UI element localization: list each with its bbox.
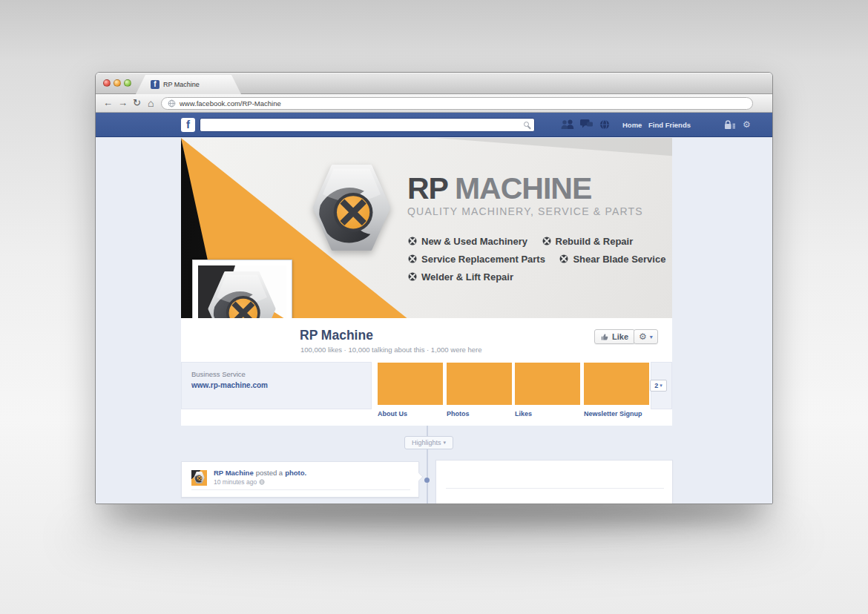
service-item: New & Used Machinery — [408, 236, 527, 247]
hexagon-logo-icon — [312, 165, 391, 251]
post-object-link[interactable]: photo. — [285, 469, 306, 477]
page-title: RP Machine — [300, 328, 373, 343]
page-header: RP Machine 100,000 likes · 10,000 talkin… — [181, 318, 672, 426]
app-tab-label[interactable]: Photos — [447, 410, 470, 417]
post-author-link[interactable]: RP Machine — [214, 469, 254, 477]
more-tabs-count: 2 — [654, 382, 658, 389]
service-item: Service Replacement Parts — [408, 254, 545, 265]
app-tile-likes[interactable] — [515, 363, 580, 405]
tab-title: RP Machine — [163, 81, 200, 88]
app-tile-about-us[interactable] — [378, 363, 443, 405]
page-website-link[interactable]: www.rp-machine.com — [191, 381, 361, 389]
service-item: Welder & Lift Repair — [408, 271, 513, 283]
brand-name-secondary: MACHINE — [455, 171, 591, 205]
cross-circle-icon — [408, 237, 417, 245]
post-avatar[interactable] — [191, 470, 207, 486]
timeline-dot — [424, 478, 430, 483]
browser-toolbar: ← → ↻ ⌂ www.facebook.com/RP-Machine — [96, 94, 772, 113]
post-timestamp: 10 minutes ago — [214, 478, 257, 486]
browser-tab[interactable]: f RP Machine — [136, 75, 241, 94]
more-tabs-button[interactable]: 2 ▾ — [650, 380, 667, 392]
search-input[interactable] — [200, 118, 535, 132]
app-tab-label[interactable]: About Us — [378, 410, 407, 417]
brand-title: RPMACHINE QUALITY MACHINERY, SERVICE & P… — [407, 172, 643, 217]
forward-button[interactable]: → — [118, 94, 128, 113]
page-category: Business Service — [191, 370, 361, 378]
app-tab-label[interactable]: Likes — [515, 410, 532, 417]
page-settings-button[interactable]: ⚙ ▾ — [634, 329, 658, 344]
thumbs-up-icon — [601, 333, 609, 341]
chevron-down-icon: ▾ — [650, 334, 653, 340]
settings-icon[interactable]: ⚙ — [743, 113, 751, 137]
back-button[interactable]: ← — [103, 94, 113, 113]
minimize-button[interactable] — [114, 79, 121, 87]
page-stats: 100,000 likes · 10,000 talking about thi… — [300, 346, 482, 354]
window-titlebar: f RP Machine — [96, 73, 772, 94]
zoom-button[interactable] — [124, 79, 131, 87]
highlights-button[interactable]: Highlights ▾ — [404, 436, 453, 449]
browser-window: f RP Machine ← → ↻ ⌂ www.facebook.com/RP… — [95, 72, 773, 504]
post-headline: RP Machineposted aphoto. — [214, 469, 306, 477]
find-friends-link[interactable]: Find Friends — [648, 113, 691, 137]
messages-icon[interactable] — [580, 119, 593, 129]
service-item: Shear Blade Service — [559, 254, 665, 265]
cross-circle-icon — [408, 254, 417, 263]
search-icon — [524, 122, 529, 127]
post-card: RP Machineposted aphoto. 10 minutes ago — [181, 461, 419, 498]
privacy-shortcuts-icon[interactable] — [724, 120, 736, 130]
post-action-text: posted a — [256, 469, 283, 477]
chevron-down-icon: ▾ — [660, 383, 662, 389]
neighbor-post-card — [435, 460, 673, 504]
page-info-card: Business Service www.rp-machine.com — [181, 362, 372, 409]
like-button[interactable]: Like — [594, 329, 635, 344]
chevron-down-icon: ▾ — [444, 440, 447, 446]
url-text: www.facebook.com/RP-Machine — [180, 99, 281, 108]
home-button[interactable]: ⌂ — [148, 94, 154, 113]
brand-tagline: QUALITY MACHINERY, SERVICE & PARTS — [407, 205, 643, 217]
facebook-favicon-icon: f — [151, 80, 160, 89]
highlights-label: Highlights — [412, 439, 441, 446]
post-meta: 10 minutes ago — [214, 478, 265, 486]
app-tile-photos[interactable] — [447, 363, 512, 405]
brand-name-primary: RP — [407, 171, 448, 205]
hexagon-logo-icon — [194, 472, 205, 483]
cross-circle-icon — [408, 272, 417, 281]
page-background: { "browser": { "tab_title": "RP Machine"… — [0, 0, 868, 614]
facebook-logo[interactable]: f — [181, 118, 195, 132]
site-globe-icon — [168, 99, 176, 108]
facebook-navbar: f Home Find Friends ⚙ — [96, 113, 772, 137]
privacy-globe-icon — [259, 479, 265, 485]
close-button[interactable] — [103, 79, 111, 87]
gear-icon: ⚙ — [639, 331, 647, 342]
notifications-icon[interactable] — [599, 119, 610, 130]
friend-requests-icon[interactable] — [561, 119, 575, 129]
cross-circle-icon — [559, 254, 568, 263]
like-label: Like — [612, 332, 628, 341]
post-divider — [446, 488, 664, 489]
app-tile-newsletter[interactable] — [584, 363, 649, 405]
services-list: New & Used Machinery Rebuild & Repair Se… — [408, 235, 672, 288]
app-tab-label[interactable]: Newsletter Signup — [584, 410, 642, 417]
cross-circle-icon — [542, 237, 551, 245]
service-item: Rebuild & Repair — [542, 236, 634, 247]
address-bar[interactable]: www.facebook.com/RP-Machine — [161, 97, 753, 110]
reload-button[interactable]: ↻ — [133, 94, 141, 113]
post-divider — [191, 489, 410, 490]
home-link[interactable]: Home — [622, 113, 642, 137]
